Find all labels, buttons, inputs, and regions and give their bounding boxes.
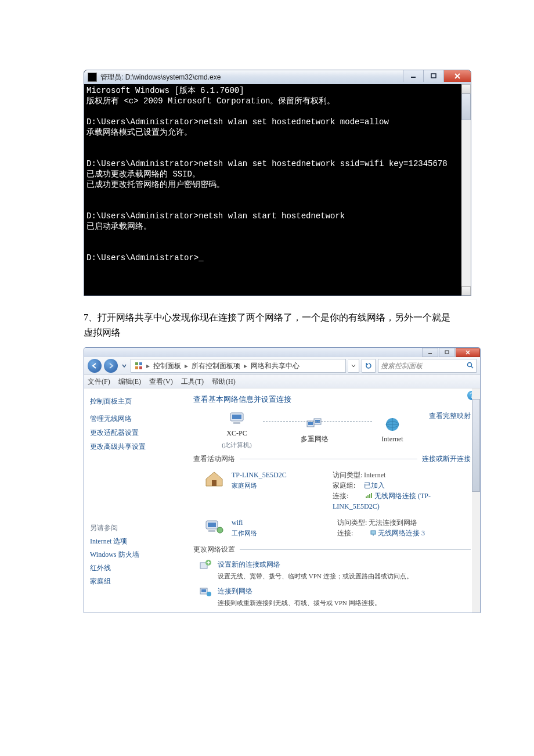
internet-icon [383,416,402,433]
svg-rect-26 [369,494,370,498]
breadcrumb-item[interactable]: 控制面板 [153,362,181,369]
sidebar-link-adapter[interactable]: 更改适配器设置 [90,427,181,438]
svg-point-31 [217,527,223,533]
see-also-firewall[interactable]: Windows 防火墙 [90,549,181,560]
breadcrumb-dropdown[interactable] [348,359,359,373]
new-connection-icon [199,559,212,571]
access-type-label: 访问类型: [337,517,369,528]
signal-icon [366,493,373,499]
svg-rect-27 [371,493,372,498]
cmd-titlebar[interactable]: 管理员: D:\windows\system32\cmd.exe [84,70,471,84]
refresh-button[interactable] [362,359,376,373]
menu-tools[interactable]: 工具(T) [181,378,204,385]
svg-rect-29 [208,523,216,527]
setup-desc: 设置无线、宽带、拨号、临时或 VPN 连接；或设置路由器或访问点。 [218,571,413,581]
connection-link[interactable]: 无线网络连接 3 [378,529,425,537]
setup-new-connection[interactable]: 设置新的连接或网络 设置无线、宽带、拨号、临时或 VPN 连接；或设置路由器或访… [199,559,471,581]
address-bar-row: ▸ 控制面板 ▸ 所有控制面板项 ▸ 网络和共享中心 搜索控制面板 [84,357,480,375]
computer-icon [227,411,247,427]
connect-disconnect-link[interactable]: 连接或断开连接 [422,453,471,464]
breadcrumb[interactable]: ▸ 控制面板 ▸ 所有控制面板项 ▸ 网络和共享中心 [131,359,346,373]
sidebar-link-wireless[interactable]: 管理无线网络 [90,413,181,424]
node-internet-label: Internet [381,434,403,444]
change-settings-label: 更改网络设置 [193,544,235,555]
homegroup-link[interactable]: 已加入 [364,481,385,489]
map-connection-line [263,421,372,422]
breadcrumb-item[interactable]: 所有控制面板项 [192,362,240,369]
active-networks-label: 查看活动网络 [193,453,235,464]
maximize-button[interactable] [423,70,443,82]
search-placeholder: 搜索控制面板 [381,362,423,369]
nav-history-dropdown[interactable] [120,362,128,370]
sidebar-home[interactable]: 控制面板主页 [90,395,181,407]
svg-point-12 [468,363,472,367]
main-heading: 查看基本网络信息并设置连接 [193,394,471,405]
see-also-internet[interactable]: Internet 选项 [90,535,181,547]
scroll-down-button[interactable] [461,286,471,296]
network-icon [305,416,324,433]
chevron-right-icon: ▸ [185,362,188,369]
access-type-label: 访问类型: [333,470,364,480]
node-multi-label: 多重网络 [301,434,329,444]
svg-rect-1 [431,74,436,78]
menu-help[interactable]: 帮助(H) [212,378,236,385]
network-center-window: ▸ 控制面板 ▸ 所有控制面板项 ▸ 网络和共享中心 搜索控制面板 [84,347,481,613]
network-type[interactable]: 家庭网络 [232,480,326,491]
cmd-scrollbar[interactable] [461,84,471,296]
svg-rect-8 [135,362,138,365]
connection-label: 连接: [333,491,364,501]
nc-titlebar[interactable] [84,348,480,357]
chevron-right-icon: ▸ [244,362,247,369]
access-type-value: Internet [364,471,385,479]
svg-rect-30 [208,530,215,532]
svg-rect-11 [139,366,142,369]
search-icon [467,362,474,370]
see-also-infrared[interactable]: 红外线 [90,562,181,574]
step-caption: 7、打开网络共享中心发现你现在连接了两个网络了，一个是你的有线网络，另外一个就是… [84,310,450,340]
menu-edit[interactable]: 编辑(E) [118,378,141,385]
nav-back-button[interactable] [88,359,102,373]
menu-file[interactable]: 文件(F) [88,378,110,385]
svg-rect-25 [367,495,369,498]
cmd-title: 管理员: D:\windows\system32\cmd.exe [100,70,403,84]
svg-rect-10 [135,366,138,369]
network-entry-2: wifi 工作网络 访问类型:无法连接到网络 连接: 无线网络连接 3 [204,517,471,538]
cmd-icon [88,73,97,82]
maximize-button[interactable] [439,348,455,357]
sidebar: 控制面板主页 管理无线网络 更改适配器设置 更改高级共享设置 另请参阅 Inte… [84,388,186,613]
scroll-up-button[interactable] [461,84,471,93]
scroll-thumb[interactable] [472,399,480,492]
network-name[interactable]: TP-LINK_5E5D2C [232,470,326,480]
see-also-homegroup[interactable]: 家庭组 [90,575,181,587]
setup-title: 设置新的连接或网络 [218,559,413,570]
control-panel-icon [135,362,143,370]
svg-rect-15 [232,415,241,419]
nc-scrollbar[interactable] [472,388,480,613]
scroll-thumb[interactable] [461,93,471,120]
svg-rect-32 [371,531,376,534]
network-entry-1: TP-LINK_5E5D2C 家庭网络 访问类型:Internet 家庭组:已加… [204,470,471,512]
cmd-output: Microsoft Windows [版本 6.1.7600] 版权所有 <c>… [86,85,468,263]
close-button[interactable] [443,70,471,82]
minimize-button[interactable] [422,348,438,357]
cmd-window: 管理员: D:\windows\system32\cmd.exe Microso… [84,70,471,296]
svg-rect-37 [201,589,206,592]
breadcrumb-item[interactable]: 网络和共享中心 [251,362,300,369]
cmd-body[interactable]: Microsoft Windows [版本 6.1.7600] 版权所有 <c>… [84,84,471,296]
search-input[interactable]: 搜索控制面板 [378,359,477,373]
main-pane: ? 查看基本网络信息并设置连接 查看完整映射 XC-PC (此计算机) [186,388,480,613]
menu-view[interactable]: 查看(V) [149,378,173,385]
menu-bar: 文件(F) 编辑(E) 查看(V) 工具(T) 帮助(H) [84,375,480,388]
nav-forward-button[interactable] [104,359,118,373]
connect-to-network[interactable]: 连接到网络 连接到或重新连接到无线、有线、拨号或 VPN 网络连接。 [199,586,471,608]
connect-title: 连接到网络 [218,586,381,596]
network-type[interactable]: 工作网络 [232,528,330,538]
svg-point-38 [207,592,211,596]
svg-line-13 [471,366,473,368]
svg-rect-23 [212,480,217,486]
minimize-button[interactable] [403,70,423,82]
chevron-right-icon: ▸ [146,362,150,369]
sidebar-link-sharing[interactable]: 更改高级共享设置 [90,441,181,452]
network-name[interactable]: wifi [232,517,330,528]
close-button[interactable] [456,348,480,357]
